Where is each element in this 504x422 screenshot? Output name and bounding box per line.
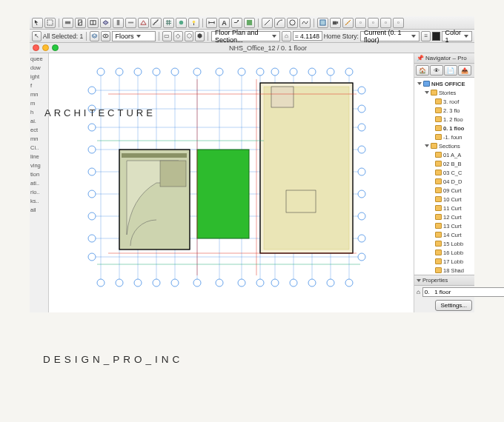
- tool-dimension[interactable]: [206, 18, 217, 28]
- tree-item[interactable]: Stories: [414, 88, 474, 97]
- tree-item[interactable]: 0. 1 floo: [414, 124, 474, 133]
- tree-item[interactable]: 12 Curt: [414, 212, 474, 221]
- tool-circle[interactable]: [287, 18, 298, 28]
- tool-more-1[interactable]: ▫: [355, 18, 366, 28]
- eye-icon[interactable]: [101, 31, 110, 41]
- left-strip-item: rio..: [30, 188, 47, 197]
- tool-more-2[interactable]: ▫: [368, 18, 379, 28]
- geom-mode-2[interactable]: ◇: [173, 31, 183, 41]
- tree-item[interactable]: 16 Lobb: [414, 248, 474, 257]
- nav-mode-view[interactable]: 👁: [430, 65, 443, 76]
- tree-item[interactable]: 11 Curt: [414, 204, 474, 212]
- svg-line-15: [265, 20, 270, 25]
- svg-point-94: [88, 190, 96, 198]
- tree-item[interactable]: 2. 3 flo: [414, 106, 474, 115]
- svg-rect-18: [333, 21, 336, 25]
- section-combo[interactable]: Floor Plan and Section...: [211, 31, 280, 41]
- tool-column[interactable]: [113, 18, 124, 28]
- svg-point-96: [88, 235, 96, 242]
- tree-item[interactable]: -1. foun: [414, 133, 474, 141]
- color-combo[interactable]: Color 1: [442, 31, 473, 41]
- svg-point-20: [105, 36, 106, 37]
- tool-line[interactable]: [262, 18, 273, 28]
- tree-item[interactable]: 3. roof: [414, 97, 474, 106]
- geom-mode-4[interactable]: ⬢: [195, 31, 205, 41]
- svg-point-102: [358, 168, 365, 175]
- settings-button[interactable]: Settings...: [435, 300, 472, 311]
- pointer-icon[interactable]: ↖: [32, 31, 42, 41]
- tree-item[interactable]: 14 Curt: [414, 230, 474, 239]
- tree-item[interactable]: 02 B_B: [414, 159, 474, 168]
- svg-point-76: [116, 279, 123, 287]
- tree-item[interactable]: 13 Curt: [414, 221, 474, 230]
- minimize-icon[interactable]: [42, 44, 49, 51]
- tool-camera[interactable]: [330, 18, 341, 28]
- tree-item[interactable]: NHS OFFICE: [414, 79, 474, 88]
- svg-rect-45: [264, 87, 349, 249]
- scale-input[interactable]: [293, 31, 322, 41]
- tree-item[interactable]: 17 Lobb: [414, 257, 474, 266]
- tool-window[interactable]: [87, 18, 99, 28]
- tree-item[interactable]: 10 Curt: [414, 195, 474, 204]
- tool-arc[interactable]: [274, 18, 285, 28]
- svg-point-95: [88, 212, 96, 220]
- nav-mode-publisher[interactable]: 📤: [458, 65, 471, 76]
- tool-beam[interactable]: [125, 18, 136, 28]
- tree-item-label: 04 D_D: [443, 178, 462, 185]
- tool-marquee[interactable]: [44, 18, 56, 28]
- nav-mode-layout[interactable]: 📄: [444, 65, 457, 76]
- overlay-architecture-text: ARCHITECTURE: [44, 107, 156, 118]
- svg-point-65: [171, 68, 179, 76]
- tree-item[interactable]: Sections: [414, 141, 474, 150]
- close-icon[interactable]: [33, 44, 39, 51]
- tree-item[interactable]: 03 C_C: [414, 168, 474, 177]
- tool-roof[interactable]: [138, 18, 149, 28]
- left-strip-item: ect: [30, 126, 47, 135]
- svg-point-70: [271, 68, 279, 76]
- tool-door[interactable]: [75, 18, 86, 28]
- tree-item-label: -1. foun: [443, 134, 462, 141]
- layer-combo[interactable]: Floors: [112, 31, 156, 41]
- tool-more-4[interactable]: ▫: [393, 18, 404, 28]
- properties-story-field[interactable]: [422, 287, 504, 297]
- tree-item[interactable]: 01 A_A: [414, 150, 474, 159]
- tool-stair[interactable]: [150, 18, 162, 28]
- tool-wall[interactable]: [62, 18, 73, 28]
- tree-item-label: 01 A_A: [443, 152, 461, 158]
- tool-slab[interactable]: [100, 18, 111, 28]
- tool-zone[interactable]: [317, 18, 328, 28]
- left-strip-item: ati..: [30, 179, 47, 188]
- color-swatch[interactable]: [432, 32, 440, 41]
- svg-rect-5: [117, 20, 120, 25]
- tool-arrow[interactable]: [32, 18, 43, 28]
- tree-item[interactable]: 09 Curt: [414, 186, 474, 195]
- tool-mesh[interactable]: [163, 18, 174, 28]
- geom-mode-1[interactable]: ▭: [162, 31, 172, 41]
- tool-measure[interactable]: [342, 18, 354, 28]
- geom-mode-3[interactable]: ⬡: [185, 31, 194, 41]
- zoom-icon[interactable]: [52, 44, 59, 51]
- tree-item[interactable]: 04 D_D: [414, 177, 474, 186]
- tool-fill[interactable]: [244, 18, 255, 28]
- tool-object[interactable]: [176, 18, 187, 28]
- tree-item[interactable]: 15 Lobb: [414, 239, 474, 248]
- tree-item[interactable]: 18 Shad: [414, 266, 474, 275]
- story-combo[interactable]: Current (0. 1 floor): [360, 31, 420, 41]
- pin-icon[interactable]: 📌: [417, 55, 424, 61]
- drawing-canvas[interactable]: [49, 53, 414, 312]
- nav-mode-project[interactable]: 🏠: [416, 65, 429, 76]
- svg-rect-49: [197, 150, 249, 238]
- svg-rect-52: [122, 153, 187, 158]
- tool-spline[interactable]: [299, 18, 311, 28]
- tool-lamp[interactable]: [188, 18, 199, 28]
- navigator-tree[interactable]: NHS OFFICEStories3. roof2. 3 flo1. 2 flo…: [414, 78, 474, 275]
- tree-item[interactable]: 1. 2 floo: [414, 115, 474, 124]
- tool-text[interactable]: A: [219, 18, 230, 28]
- linetype-icon[interactable]: ≡: [421, 31, 431, 41]
- tool-label[interactable]: [231, 18, 242, 28]
- svg-point-85: [290, 279, 297, 287]
- elevation-icon[interactable]: ⌂: [282, 31, 291, 41]
- tool-more-3[interactable]: ▫: [380, 18, 391, 28]
- properties-title: Properties: [422, 277, 448, 284]
- layer-icon[interactable]: [90, 31, 99, 41]
